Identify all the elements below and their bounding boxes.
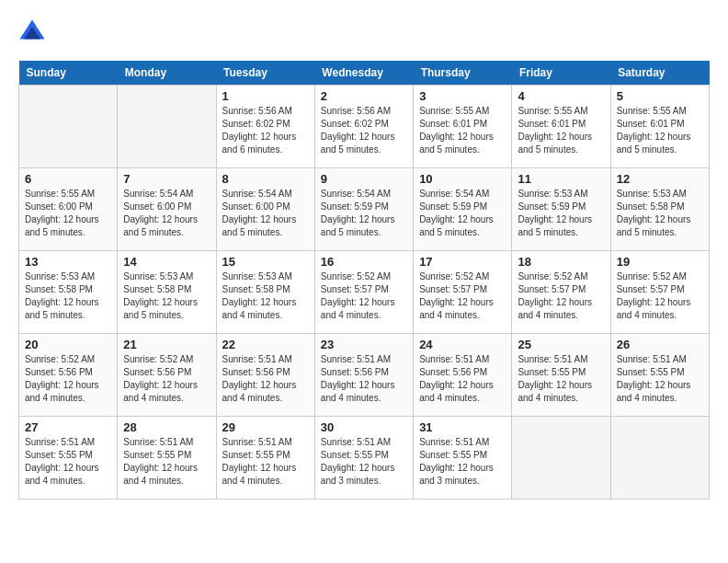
calendar-week-row: 1Sunrise: 5:56 AM Sunset: 6:02 PM Daylig… bbox=[19, 86, 710, 168]
day-info: Sunrise: 5:51 AM Sunset: 5:55 PM Dayligh… bbox=[123, 436, 210, 488]
day-number: 28 bbox=[123, 420, 210, 434]
day-info: Sunrise: 5:53 AM Sunset: 5:58 PM Dayligh… bbox=[123, 270, 210, 322]
calendar-cell: 26Sunrise: 5:51 AM Sunset: 5:55 PM Dayli… bbox=[610, 334, 709, 417]
day-info: Sunrise: 5:53 AM Sunset: 5:58 PM Dayligh… bbox=[617, 188, 703, 239]
day-of-week-header: Saturday bbox=[610, 61, 709, 86]
day-info: Sunrise: 5:53 AM Sunset: 5:58 PM Dayligh… bbox=[222, 270, 309, 322]
day-info: Sunrise: 5:54 AM Sunset: 6:00 PM Dayligh… bbox=[222, 188, 309, 239]
calendar-cell: 24Sunrise: 5:51 AM Sunset: 5:56 PM Dayli… bbox=[414, 334, 512, 417]
day-info: Sunrise: 5:52 AM Sunset: 5:57 PM Dayligh… bbox=[419, 270, 506, 322]
day-info: Sunrise: 5:51 AM Sunset: 5:55 PM Dayligh… bbox=[617, 353, 703, 405]
day-info: Sunrise: 5:53 AM Sunset: 5:58 PM Dayligh… bbox=[25, 270, 111, 322]
calendar-cell: 10Sunrise: 5:54 AM Sunset: 5:59 PM Dayli… bbox=[414, 168, 512, 251]
day-of-week-header: Tuesday bbox=[216, 61, 314, 86]
calendar-cell: 9Sunrise: 5:54 AM Sunset: 5:59 PM Daylig… bbox=[314, 168, 413, 251]
calendar-cell: 22Sunrise: 5:51 AM Sunset: 5:56 PM Dayli… bbox=[216, 334, 314, 417]
day-number: 10 bbox=[419, 172, 506, 186]
day-info: Sunrise: 5:56 AM Sunset: 6:02 PM Dayligh… bbox=[222, 105, 309, 156]
day-info: Sunrise: 5:52 AM Sunset: 5:56 PM Dayligh… bbox=[25, 353, 111, 405]
day-number: 18 bbox=[518, 255, 604, 269]
day-number: 21 bbox=[123, 338, 210, 351]
day-number: 23 bbox=[321, 338, 407, 351]
logo bbox=[18, 18, 50, 46]
calendar-cell: 3Sunrise: 5:55 AM Sunset: 6:01 PM Daylig… bbox=[414, 86, 512, 168]
day-number: 11 bbox=[518, 172, 604, 186]
day-info: Sunrise: 5:54 AM Sunset: 5:59 PM Dayligh… bbox=[321, 188, 407, 239]
day-info: Sunrise: 5:51 AM Sunset: 5:56 PM Dayligh… bbox=[321, 353, 407, 405]
day-number: 3 bbox=[419, 89, 506, 103]
calendar-cell: 17Sunrise: 5:52 AM Sunset: 5:57 PM Dayli… bbox=[414, 251, 512, 334]
calendar-cell: 29Sunrise: 5:51 AM Sunset: 5:55 PM Dayli… bbox=[216, 417, 314, 500]
day-number: 20 bbox=[25, 338, 111, 351]
calendar-cell: 2Sunrise: 5:56 AM Sunset: 6:02 PM Daylig… bbox=[314, 86, 413, 168]
day-info: Sunrise: 5:55 AM Sunset: 6:00 PM Dayligh… bbox=[25, 188, 111, 239]
day-number: 26 bbox=[617, 338, 703, 351]
calendar-cell: 28Sunrise: 5:51 AM Sunset: 5:55 PM Dayli… bbox=[118, 417, 216, 500]
day-number: 24 bbox=[419, 338, 506, 351]
day-number: 13 bbox=[25, 255, 111, 269]
day-info: Sunrise: 5:55 AM Sunset: 6:01 PM Dayligh… bbox=[617, 105, 703, 156]
day-number: 4 bbox=[518, 89, 604, 103]
day-info: Sunrise: 5:51 AM Sunset: 5:56 PM Dayligh… bbox=[222, 353, 309, 405]
day-number: 5 bbox=[617, 89, 703, 103]
day-info: Sunrise: 5:51 AM Sunset: 5:56 PM Dayligh… bbox=[419, 353, 506, 405]
calendar-cell: 25Sunrise: 5:51 AM Sunset: 5:55 PM Dayli… bbox=[512, 334, 610, 417]
day-number: 9 bbox=[321, 172, 407, 186]
calendar-cell: 6Sunrise: 5:55 AM Sunset: 6:00 PM Daylig… bbox=[19, 168, 118, 251]
calendar-cell: 31Sunrise: 5:51 AM Sunset: 5:55 PM Dayli… bbox=[414, 417, 512, 500]
calendar-cell: 18Sunrise: 5:52 AM Sunset: 5:57 PM Dayli… bbox=[512, 251, 610, 334]
calendar-cell: 30Sunrise: 5:51 AM Sunset: 5:55 PM Dayli… bbox=[314, 417, 413, 500]
calendar-cell: 5Sunrise: 5:55 AM Sunset: 6:01 PM Daylig… bbox=[610, 86, 709, 168]
day-number: 17 bbox=[419, 255, 506, 269]
day-info: Sunrise: 5:51 AM Sunset: 5:55 PM Dayligh… bbox=[321, 436, 407, 488]
calendar-cell: 20Sunrise: 5:52 AM Sunset: 5:56 PM Dayli… bbox=[19, 334, 118, 417]
day-info: Sunrise: 5:55 AM Sunset: 6:01 PM Dayligh… bbox=[419, 105, 506, 156]
day-number: 29 bbox=[222, 420, 309, 434]
calendar-header-row: SundayMondayTuesdayWednesdayThursdayFrid… bbox=[19, 61, 710, 86]
day-number: 7 bbox=[123, 172, 210, 186]
day-number: 6 bbox=[25, 172, 111, 186]
day-number: 1 bbox=[222, 89, 309, 103]
day-number: 15 bbox=[222, 255, 309, 269]
calendar-week-row: 13Sunrise: 5:53 AM Sunset: 5:58 PM Dayli… bbox=[19, 251, 710, 334]
day-number: 8 bbox=[222, 172, 309, 186]
day-info: Sunrise: 5:54 AM Sunset: 6:00 PM Dayligh… bbox=[123, 188, 210, 239]
calendar-cell: 13Sunrise: 5:53 AM Sunset: 5:58 PM Dayli… bbox=[19, 251, 118, 334]
calendar-cell: 23Sunrise: 5:51 AM Sunset: 5:56 PM Dayli… bbox=[314, 334, 413, 417]
day-number: 22 bbox=[222, 338, 309, 351]
day-info: Sunrise: 5:51 AM Sunset: 5:55 PM Dayligh… bbox=[25, 436, 111, 488]
calendar-cell bbox=[512, 417, 610, 500]
calendar-cell: 19Sunrise: 5:52 AM Sunset: 5:57 PM Dayli… bbox=[610, 251, 709, 334]
day-number: 30 bbox=[321, 420, 407, 434]
day-number: 12 bbox=[617, 172, 703, 186]
calendar-cell bbox=[19, 86, 118, 168]
page-header bbox=[18, 18, 710, 46]
day-number: 27 bbox=[25, 420, 111, 434]
calendar-cell: 12Sunrise: 5:53 AM Sunset: 5:58 PM Dayli… bbox=[610, 168, 709, 251]
day-info: Sunrise: 5:51 AM Sunset: 5:55 PM Dayligh… bbox=[518, 353, 604, 405]
day-of-week-header: Thursday bbox=[414, 61, 512, 86]
day-number: 16 bbox=[321, 255, 407, 269]
day-info: Sunrise: 5:55 AM Sunset: 6:01 PM Dayligh… bbox=[518, 105, 604, 156]
day-number: 2 bbox=[321, 89, 407, 103]
calendar-cell: 14Sunrise: 5:53 AM Sunset: 5:58 PM Dayli… bbox=[118, 251, 216, 334]
calendar-cell bbox=[610, 417, 709, 500]
calendar-cell: 16Sunrise: 5:52 AM Sunset: 5:57 PM Dayli… bbox=[314, 251, 413, 334]
calendar-cell: 11Sunrise: 5:53 AM Sunset: 5:59 PM Dayli… bbox=[512, 168, 610, 251]
day-info: Sunrise: 5:53 AM Sunset: 5:59 PM Dayligh… bbox=[518, 188, 604, 239]
day-of-week-header: Monday bbox=[118, 61, 216, 86]
logo-icon bbox=[18, 18, 46, 46]
day-info: Sunrise: 5:52 AM Sunset: 5:57 PM Dayligh… bbox=[518, 270, 604, 322]
day-info: Sunrise: 5:54 AM Sunset: 5:59 PM Dayligh… bbox=[419, 188, 506, 239]
day-number: 19 bbox=[617, 255, 703, 269]
day-info: Sunrise: 5:52 AM Sunset: 5:57 PM Dayligh… bbox=[321, 270, 407, 322]
day-of-week-header: Wednesday bbox=[314, 61, 413, 86]
day-info: Sunrise: 5:52 AM Sunset: 5:57 PM Dayligh… bbox=[617, 270, 703, 322]
day-of-week-header: Sunday bbox=[19, 61, 118, 86]
day-info: Sunrise: 5:51 AM Sunset: 5:55 PM Dayligh… bbox=[222, 436, 309, 488]
day-info: Sunrise: 5:52 AM Sunset: 5:56 PM Dayligh… bbox=[123, 353, 210, 405]
calendar-cell: 1Sunrise: 5:56 AM Sunset: 6:02 PM Daylig… bbox=[216, 86, 314, 168]
day-of-week-header: Friday bbox=[512, 61, 610, 86]
calendar-week-row: 20Sunrise: 5:52 AM Sunset: 5:56 PM Dayli… bbox=[19, 334, 710, 417]
day-number: 25 bbox=[518, 338, 604, 351]
